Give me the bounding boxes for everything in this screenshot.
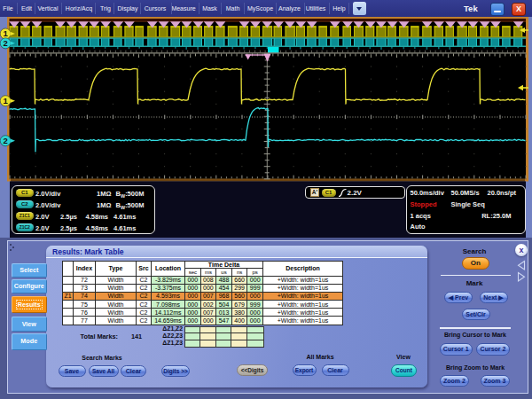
svg-text:1: 1 [4,96,9,106]
svg-text:1: 1 [4,28,9,38]
svg-text:2: 2 [4,136,8,145]
svg-text:2: 2 [4,38,8,48]
